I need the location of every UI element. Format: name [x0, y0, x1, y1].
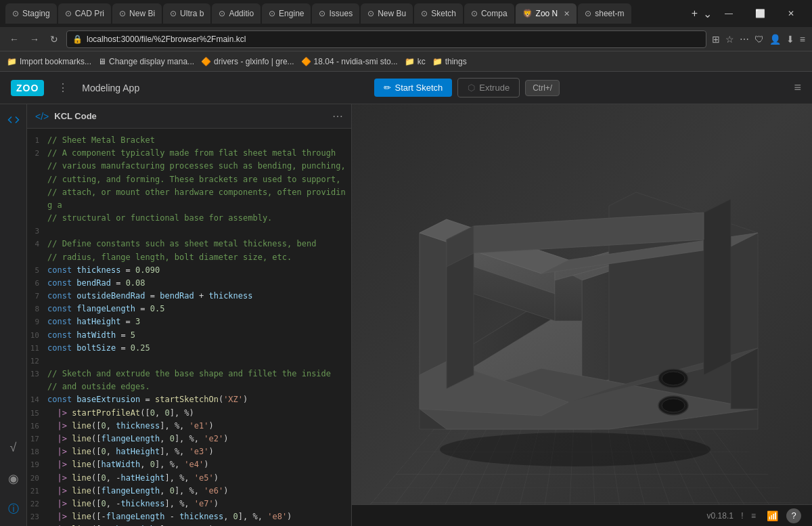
tab-label: sheet-m [595, 9, 624, 18]
tab-list-button[interactable]: ⌄ [703, 7, 712, 20]
svg-marker-26 [704, 199, 731, 375]
sidebar-code-icon[interactable] [5, 111, 22, 131]
nav-icons: ⊞ ☆ ⋯ [712, 34, 749, 45]
tab-label: Compa [481, 9, 508, 18]
github-icon: ⊙ [219, 9, 225, 18]
tab-sheet-m[interactable]: ⊙ sheet-m [578, 3, 631, 24]
tab-new-b1[interactable]: ⊙ New Bi [112, 3, 162, 24]
code-line-23: 23 |> line([-flangeLength - thickness, 0… [27, 510, 351, 523]
github-icon: ⊙ [170, 9, 177, 18]
code-line-13: 13 // Sketch and extrude the base shape … [27, 368, 351, 393]
bookmark-things[interactable]: 📁 things [432, 57, 467, 66]
svg-point-0 [440, 433, 710, 466]
tab-bar: ⊙ Staging ⊙ CAD Pri ⊙ New Bi ⊙ Ultra b ⊙… [0, 0, 812, 27]
code-line-4: 4 // Define constants such as sheet meta… [27, 238, 351, 263]
shortcut-button[interactable]: Ctrl+/ [525, 80, 560, 96]
display-icon: 🖥 [98, 57, 106, 66]
code-panel-title: KCL Code [54, 111, 97, 121]
sidebar-sqrt-icon[interactable]: √ [7, 438, 20, 458]
extensions-icon[interactable]: ⊞ [712, 34, 720, 45]
secure-icon: 🔒 [72, 35, 83, 44]
tab-engine[interactable]: ⊙ Engine [262, 3, 311, 24]
wifi-icon[interactable]: 📶 [767, 510, 778, 521]
github-icon: ⊙ [367, 9, 374, 18]
bookmark-display[interactable]: 🖥 Change display mana... [98, 57, 194, 66]
sidebar-info-icon[interactable]: ⓘ [5, 500, 22, 519]
tab-zoo[interactable]: 🦁 Zoo N ✕ [516, 3, 577, 24]
sidebar-dot-icon[interactable]: ◉ [5, 468, 22, 489]
extrude-icon: ⬡ [468, 83, 475, 93]
bracket-3d-model [379, 118, 771, 497]
code-line-15: 15 |> startProfileAt([0, 0], %) [27, 407, 351, 420]
back-button[interactable]: ← [7, 31, 22, 47]
bookmark-kc[interactable]: 📁 kc [405, 57, 426, 66]
extrude-button[interactable]: ⬡ Extrude [457, 78, 520, 97]
folder-kc-icon: 📁 [405, 57, 415, 66]
tab-compa[interactable]: ⊙ Compa [464, 3, 514, 24]
code-line-14: 14 const baseExtrusion = startSketchOn('… [27, 393, 351, 406]
code-panel-menu[interactable]: ⋯ [332, 110, 343, 123]
tab-ultra-b[interactable]: ⊙ Ultra b [163, 3, 210, 24]
code-line-22: 22 |> line([0, -thickness], %, 'e7') [27, 498, 351, 510]
minimize-button[interactable]: — [713, 0, 744, 27]
address-bar[interactable]: 🔒 localhost:3000/file/%2Fbrowser%2Fmain.… [66, 30, 706, 48]
shield-icon[interactable]: 🛡 [754, 34, 764, 45]
svg-point-32 [662, 399, 685, 412]
3d-viewport[interactable]: v0.18.1 ! ≡ 📶 ? [352, 104, 812, 526]
tab-additio[interactable]: ⊙ Additio [212, 3, 261, 24]
nav-more-icon[interactable]: ⋯ [740, 34, 749, 45]
code-line-18: 18 |> line([0, hatHeight], %, 'e3') [27, 445, 351, 458]
nav-bar: ← → ↻ 🔒 localhost:3000/file/%2Fbrowser%2… [0, 27, 812, 51]
github-icon: ⊙ [319, 9, 325, 18]
menu-icon[interactable]: ≡ [800, 34, 805, 45]
bookmark-icon[interactable]: ☆ [725, 34, 734, 45]
bookmark-import[interactable]: 📁 Import bookmarks... [7, 57, 91, 66]
code-editor[interactable]: 1 // Sheet Metal Bracket 2 // A componen… [27, 129, 351, 526]
bookmarks-bar: 📁 Import bookmarks... 🖥 Change display m… [0, 51, 812, 72]
account-icon[interactable]: 👤 [769, 34, 781, 45]
tab-label: Zoo N [536, 9, 558, 18]
toolbar-center: ✏ Start Sketch ⬡ Extrude Ctrl+/ [374, 78, 560, 97]
tab-label: Ultra b [180, 9, 204, 18]
tab-sketch[interactable]: ⊙ Sketch [414, 3, 463, 24]
new-tab-button[interactable]: + [692, 7, 698, 20]
viewport-icons: 📶 ? [767, 508, 801, 523]
code-panel: </> KCL Code ⋯ 1 // Sheet Metal Bracket … [27, 104, 352, 526]
tab-staging[interactable]: ⊙ Staging [5, 3, 57, 24]
address-text: localhost:3000/file/%2Fbrowser%2Fmain.kc… [87, 35, 700, 44]
tab-close-icon[interactable]: ✕ [564, 9, 570, 18]
main-content: √ ◉ ⓘ </> KCL Code ⋯ 1 // Sheet Metal Br… [0, 104, 812, 526]
window-controls: — ⬜ ✕ [713, 0, 807, 27]
tab-label: CAD Pri [75, 9, 104, 18]
code-line-17: 17 |> line([flangeLength, 0], %, 'e2') [27, 433, 351, 445]
app-menu-dots[interactable]: ⋮ [58, 81, 68, 94]
tab-label: Issues [329, 9, 353, 18]
drivers-icon: 🔶 [201, 57, 211, 66]
refresh-button[interactable]: ↻ [47, 31, 61, 47]
code-line-5: 5 const thickness = 0.090 [27, 264, 351, 277]
tab-actions: + ⌄ [692, 7, 712, 20]
viewport-status: v0.18.1 ! ≡ 📶 ? [352, 504, 812, 526]
bookmark-drivers[interactable]: 🔶 drivers - glxinfo | gre... [201, 57, 294, 66]
close-button[interactable]: ✕ [775, 0, 807, 27]
github-icon: ⊙ [12, 9, 19, 18]
code-line-2: 2 // A component typically made from fla… [27, 147, 351, 225]
tab-new-b2[interactable]: ⊙ New Bu [361, 3, 413, 24]
folder-icon: 📁 [7, 57, 17, 66]
maximize-button[interactable]: ⬜ [744, 0, 775, 27]
bookmark-nvidia[interactable]: 🔶 18.04 - nvidia-smi sto... [301, 57, 398, 66]
download-icon[interactable]: ⬇ [786, 34, 794, 45]
tab-label: Engine [279, 9, 304, 18]
app-name: Modeling App [82, 83, 139, 93]
toolbar-menu-icon[interactable]: ≡ [794, 81, 801, 95]
forward-button[interactable]: → [27, 31, 42, 47]
app-container: ZOO ⋮ Modeling App ✏ Start Sketch ⬡ Extr… [0, 72, 812, 526]
help-icon[interactable]: ? [786, 508, 801, 523]
tab-cad-pr[interactable]: ⊙ CAD Pri [58, 3, 111, 24]
code-line-24: 24 |> line([0, hatHeight], %, 'e9') [27, 523, 351, 526]
tab-issues[interactable]: ⊙ Issues [312, 3, 359, 24]
code-line-7: 7 const outsideBendRad = bendRad + thick… [27, 290, 351, 303]
browser-actions: 🛡 👤 ⬇ ≡ [754, 34, 805, 45]
nvidia-icon: 🔶 [301, 57, 311, 66]
start-sketch-button[interactable]: ✏ Start Sketch [374, 79, 453, 97]
